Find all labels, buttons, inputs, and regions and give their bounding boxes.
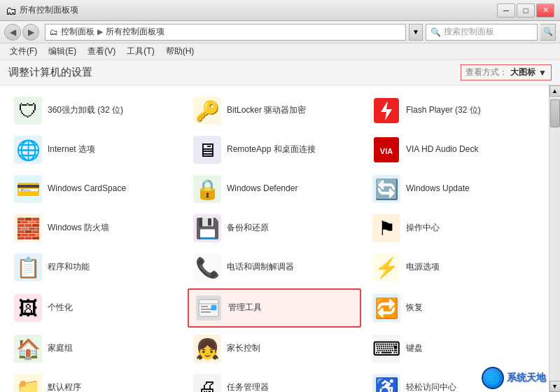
item-icon-item-phone: 📞: [193, 253, 221, 281]
grid-item-item-programs[interactable]: 📋程序和功能: [8, 249, 182, 286]
grid-item-item-device[interactable]: 🖨任务管理器: [188, 370, 361, 392]
item-label-item-power: 电源选项: [406, 262, 440, 273]
item-icon-item-cardspace: 💳: [14, 175, 42, 203]
main-area: 🛡360强力卸载 (32 位)🔑BitLocker 驱动器加密Flash Pla…: [0, 85, 560, 392]
item-icon-item-personal: 🖼: [14, 294, 42, 322]
grid-item-item-update[interactable]: 🔄Windows Update: [367, 171, 540, 207]
search-box[interactable]: 🔍 搜索控制面板: [426, 24, 538, 41]
grid-item-item-family[interactable]: 🏠家庭组: [8, 330, 182, 367]
item-icon-item-defender: 🔒: [193, 175, 221, 203]
folder-icon: 🗂: [50, 27, 58, 37]
menu-help[interactable]: 帮助(H): [162, 44, 199, 59]
item-label-item-easy: 轻松访问中心: [406, 382, 456, 392]
menu-file[interactable]: 文件(F): [6, 44, 41, 59]
item-icon-item-internet: 🌐: [14, 136, 42, 164]
menu-view[interactable]: 查看(V): [83, 44, 120, 59]
item-label-item-phone: 电话和调制解调器: [227, 262, 294, 273]
watermark-text: 系统天地: [507, 372, 546, 384]
item-icon-item-recovery: 🔁: [372, 294, 400, 322]
title-bar-left: 🗂 所有控制面板项: [6, 4, 78, 16]
minimize-button[interactable]: ─: [497, 4, 515, 18]
address-box[interactable]: 🗂 控制面板 ▶ 所有控制面板项: [45, 24, 406, 41]
scrollbar[interactable]: ▲ ▼: [549, 85, 560, 392]
grid-item-item-phone[interactable]: 📞电话和调制解调器: [188, 249, 361, 286]
item-icon-item-action: ⚑: [372, 214, 400, 242]
item-label-item-recovery: 恢复: [406, 302, 423, 314]
grid-item-item-recovery[interactable]: 🔁恢复: [367, 288, 540, 328]
path-part-2: 所有控制面板项: [106, 26, 164, 38]
grid-item-item-bitlocker[interactable]: 🔑BitLocker 驱动器加密: [188, 92, 361, 129]
menu-tools[interactable]: 工具(T): [122, 44, 158, 59]
grid-item-item-action[interactable]: ⚑操作中心: [367, 210, 540, 246]
item-label-item-firewall: Windows 防火墙: [48, 223, 109, 234]
forward-button[interactable]: ▶: [22, 24, 39, 41]
item-label-item-via: VIA HD Audio Deck: [406, 144, 478, 155]
grid-item-item-power[interactable]: ⚡电源选项: [367, 249, 540, 286]
scroll-down-button[interactable]: ▼: [550, 381, 561, 392]
item-icon-item-easy: ♿: [372, 374, 400, 392]
address-dropdown[interactable]: ▼: [409, 24, 423, 41]
grid-item-item-default[interactable]: 📁默认程序: [8, 370, 182, 392]
item-label-item-remoteapp: RemoteApp 和桌面连接: [227, 144, 316, 155]
content-panel: 🛡360强力卸载 (32 位)🔑BitLocker 驱动器加密Flash Pla…: [0, 85, 549, 392]
content-header: 调整计算机的设置 查看方式： 大图标 ▼: [0, 60, 560, 85]
scroll-up-button[interactable]: ▲: [550, 85, 561, 97]
svg-text:VIA: VIA: [380, 147, 393, 155]
item-label-item-tools: 管理工具: [228, 302, 262, 314]
item-icon-item-bitlocker: 🔑: [193, 97, 221, 125]
item-label-item-device: 任务管理器: [227, 382, 269, 392]
item-label-item-defender: Windows Defender: [227, 183, 298, 195]
item-icon-item-360: 🛡: [14, 97, 42, 125]
grid-item-item-remoteapp[interactable]: 🖥RemoteApp 和桌面连接: [188, 132, 361, 168]
back-button[interactable]: ◀: [4, 24, 21, 41]
item-icon-item-device: 🖨: [193, 374, 221, 392]
item-icon-item-family: 🏠: [14, 335, 42, 363]
view-mode-selector[interactable]: 查看方式： 大图标 ▼: [461, 64, 552, 80]
grid-item-item-cardspace[interactable]: 💳Windows CardSpace: [8, 171, 182, 207]
page-title: 调整计算机的设置: [8, 66, 92, 79]
grid-item-item-360[interactable]: 🛡360强力卸载 (32 位): [8, 92, 182, 129]
item-label-item-bitlocker: BitLocker 驱动器加密: [227, 105, 306, 116]
view-mode-value: 大图标: [510, 66, 536, 78]
item-label-item-family-ctrl: 家长控制: [227, 343, 260, 354]
path-separator: ▶: [97, 27, 103, 36]
grid-item-item-via[interactable]: VIAVIA HD Audio Deck: [367, 132, 540, 168]
scroll-track[interactable]: [550, 97, 561, 381]
grid-item-item-personal[interactable]: 🖼个性化: [8, 288, 182, 328]
svg-rect-7: [201, 306, 208, 307]
chevron-down-icon: ▼: [538, 68, 547, 78]
menu-edit[interactable]: 编辑(E): [44, 44, 80, 59]
item-icon-item-keyboard: ⌨: [372, 335, 400, 363]
item-label-item-update: Windows Update: [406, 183, 470, 195]
close-button[interactable]: ✕: [536, 4, 554, 18]
item-icon-item-update: 🔄: [372, 175, 400, 203]
scroll-thumb[interactable]: [550, 99, 560, 127]
grid-item-item-family-ctrl[interactable]: 👧家长控制: [188, 330, 361, 367]
watermark-globe-icon: 🌐: [482, 367, 504, 389]
grid-item-item-defender[interactable]: 🔒Windows Defender: [188, 171, 361, 207]
search-button[interactable]: 🔍: [540, 24, 556, 41]
item-label-item-family: 家庭组: [48, 343, 73, 354]
maximize-button[interactable]: □: [517, 4, 535, 18]
grid-item-item-firewall[interactable]: 🧱Windows 防火墙: [8, 210, 182, 246]
navigation-buttons: ◀ ▶: [4, 24, 39, 41]
window-title: 所有控制面板项: [20, 4, 78, 16]
menu-bar: 文件(F) 编辑(E) 查看(V) 工具(T) 帮助(H): [0, 43, 560, 60]
grid-item-item-flash[interactable]: Flash Player (32 位): [367, 92, 540, 129]
item-icon-item-backup: 💾: [193, 214, 221, 242]
search-placeholder: 搜索控制面板: [444, 26, 494, 38]
svg-rect-10: [211, 305, 216, 310]
item-icon-item-default: 📁: [14, 374, 42, 392]
watermark: 🌐 系统天地: [482, 367, 546, 389]
items-grid: 🛡360强力卸载 (32 位)🔑BitLocker 驱动器加密Flash Pla…: [8, 92, 540, 392]
grid-item-item-tools[interactable]: 管理工具: [188, 288, 361, 328]
grid-item-item-backup[interactable]: 💾备份和还原: [188, 210, 361, 246]
item-label-item-keyboard: 键盘: [406, 343, 423, 354]
item-label-item-action: 操作中心: [406, 223, 440, 234]
item-label-item-personal: 个性化: [48, 302, 73, 314]
item-label-item-backup: 备份和还原: [227, 223, 269, 234]
item-icon-item-programs: 📋: [14, 253, 42, 281]
grid-item-item-keyboard[interactable]: ⌨键盘: [367, 330, 540, 367]
item-icon-item-family-ctrl: 👧: [193, 335, 221, 363]
grid-item-item-internet[interactable]: 🌐Internet 选项: [8, 132, 182, 168]
